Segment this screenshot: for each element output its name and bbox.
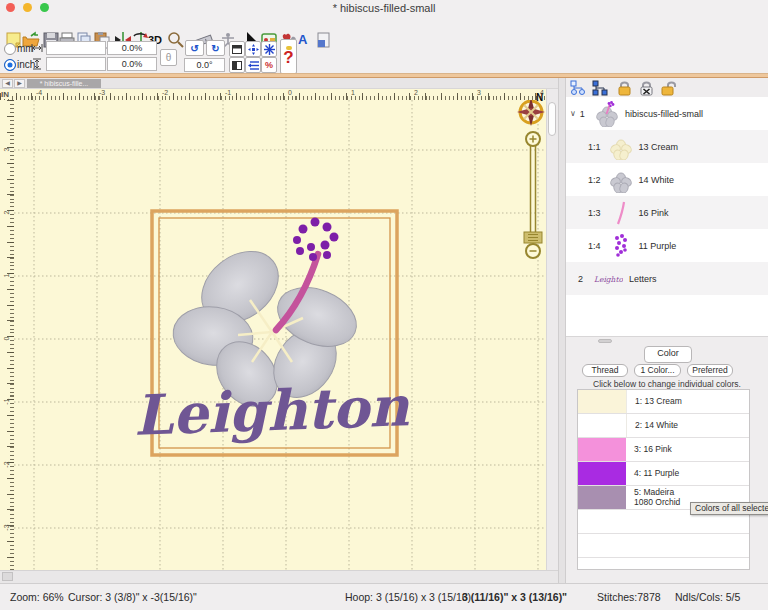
contrast-view-button[interactable] xyxy=(229,57,245,73)
document-tab[interactable]: * hibiscus-fille... xyxy=(27,79,101,88)
height-input[interactable] xyxy=(46,57,106,71)
compass-north-label: N xyxy=(536,92,543,103)
color-label: 2: 14 White xyxy=(635,421,678,431)
status-design-size: 3 (11/16)" x 3 (13/16)" xyxy=(462,591,567,603)
zoom-slider[interactable] xyxy=(524,132,542,258)
ruler-left-number: 3 xyxy=(3,144,10,156)
compass-icon[interactable] xyxy=(517,100,545,126)
color-row[interactable]: 1: 13 Cream xyxy=(578,390,749,414)
status-zoom: Zoom: 66% xyxy=(10,591,64,603)
object-row[interactable]: 1:2 14 White xyxy=(566,163,768,196)
canvas-vertical-scrollbar[interactable] xyxy=(546,89,558,570)
canvas-grid xyxy=(14,100,546,570)
window-title: * hibiscus-filled-small xyxy=(0,2,768,14)
ruler-top-number: -4 xyxy=(36,89,42,96)
ruler-top-number: -1 xyxy=(225,89,231,96)
scale-percent-button[interactable]: % xyxy=(261,57,277,73)
align-button[interactable] xyxy=(245,57,261,73)
object-label: 14 White xyxy=(639,175,675,185)
object-row[interactable]: 2 Leighton Letters xyxy=(566,262,768,295)
color-thumbnail xyxy=(609,167,633,193)
object-row[interactable]: 1:4 11 Purple xyxy=(566,229,768,262)
thread-button[interactable]: Thread xyxy=(582,364,628,377)
ruler-top-number: -2 xyxy=(162,89,168,96)
color-row[interactable]: 2: 14 White xyxy=(578,414,749,438)
object-row[interactable]: 1:3 16 Pink xyxy=(566,196,768,229)
object-label: hibiscus-filled-small xyxy=(625,109,703,119)
hibiscus-design[interactable]: Leighton xyxy=(133,218,411,448)
lock-x-icon[interactable] xyxy=(638,80,655,96)
panel-resize-handle[interactable] xyxy=(598,339,612,343)
proportional-lock-button[interactable]: θ xyxy=(160,49,177,66)
rotate-left-button[interactable]: ↺ xyxy=(185,40,204,56)
color-swatch[interactable] xyxy=(578,390,627,413)
color-label: 3: 16 Pink xyxy=(634,445,672,455)
object-id: 1:4 xyxy=(588,241,601,251)
ruler-left-number: 1 xyxy=(3,270,10,282)
color-swatch[interactable] xyxy=(578,462,626,485)
one-color-button[interactable]: 1 Color... xyxy=(634,364,681,377)
main-toolbar: 3D A xyxy=(0,15,768,36)
ruler-left-number: 2 xyxy=(3,207,10,219)
angle-input[interactable]: 0.0° xyxy=(184,58,225,72)
status-cursor: Cursor: 3 (3/8)" x -3(15/16)" xyxy=(68,591,197,603)
width-input[interactable] xyxy=(46,41,106,55)
object-label: 11 Purple xyxy=(639,241,677,251)
color-row[interactable]: 3: 16 Pink xyxy=(578,438,749,462)
panel-splitter[interactable] xyxy=(558,78,566,583)
ruler-left-number: -3 xyxy=(3,522,10,534)
disclosure-triangle-icon[interactable]: ∨ xyxy=(570,109,576,118)
object-label: 13 Cream xyxy=(639,142,679,152)
color-label-line2: 1080 Orchid xyxy=(634,497,680,507)
preferred-button[interactable]: Preferred xyxy=(687,364,733,377)
color-thumbnail xyxy=(609,134,633,160)
ruler-left-number: 0 xyxy=(3,333,10,345)
help-button[interactable]: ? xyxy=(280,39,297,74)
rotate-right-button[interactable]: ↻ xyxy=(206,40,225,56)
group-nodes-icon[interactable] xyxy=(592,80,609,96)
lock-closed-icon[interactable] xyxy=(616,80,633,96)
object-row[interactable]: ∨ 1 hibiscus-filled-small xyxy=(566,97,768,130)
ruler-top-number: -3 xyxy=(99,89,105,96)
center-design-button[interactable] xyxy=(245,41,261,57)
object-label: 16 Pink xyxy=(639,208,669,218)
application-window: * hibiscus-filled-small 3D A mm inch 0.0… xyxy=(0,0,768,610)
height-icon xyxy=(33,58,41,70)
tab-next-button[interactable]: ▶ xyxy=(14,79,25,88)
ruler-top xyxy=(0,89,546,100)
color-label: 5: Madeira xyxy=(634,487,674,497)
expand-nodes-icon[interactable] xyxy=(570,80,587,96)
height-percent-input[interactable]: 0.0% xyxy=(107,57,157,71)
design-thumbnail xyxy=(595,101,619,127)
unit-inch-radio[interactable] xyxy=(4,59,16,71)
object-id: 1:2 xyxy=(588,175,601,185)
ruler-unit-label: IN xyxy=(1,90,11,99)
title-bar: * hibiscus-filled-small xyxy=(0,0,768,15)
status-needles: Ndls/Cols: 5/5 xyxy=(675,591,740,603)
width-percent-input[interactable]: 0.0% xyxy=(107,41,157,55)
status-hoop: Hoop: 3 (15/16) x 3 (15/16) xyxy=(345,591,471,603)
unit-mm-radio[interactable] xyxy=(4,43,16,55)
color-swatch[interactable] xyxy=(578,438,626,461)
svg-text:Leighton: Leighton xyxy=(594,275,623,284)
color-row-empty xyxy=(578,534,749,558)
color-swatch[interactable] xyxy=(578,486,626,509)
help-question-label: ? xyxy=(283,48,293,68)
object-id: 1:1 xyxy=(588,142,601,152)
color-row[interactable]: 4: 11 Purple xyxy=(578,462,749,486)
color-thumbnail xyxy=(609,233,633,259)
tooltip: Colors of all selected ob xyxy=(690,502,768,515)
color-panel-tab[interactable]: Color xyxy=(644,346,692,363)
tab-prev-button[interactable]: ◀ xyxy=(2,79,13,88)
status-stitches: Stitches:7878 xyxy=(597,591,661,603)
lock-open-icon[interactable] xyxy=(660,80,677,96)
design-layer[interactable]: Leighton xyxy=(14,100,546,570)
object-row[interactable]: 1:1 13 Cream xyxy=(566,130,768,163)
ruler-top-number: 1 xyxy=(351,89,355,96)
color-swatch[interactable] xyxy=(578,414,627,437)
hoop-toggle-button[interactable] xyxy=(229,41,245,57)
canvas-vertical-scrollbar-thumb[interactable] xyxy=(548,102,556,136)
design-text[interactable]: Leighton xyxy=(133,373,411,448)
grid-toggle-button[interactable] xyxy=(261,41,277,57)
canvas-horizontal-scrollbar[interactable] xyxy=(0,570,558,583)
